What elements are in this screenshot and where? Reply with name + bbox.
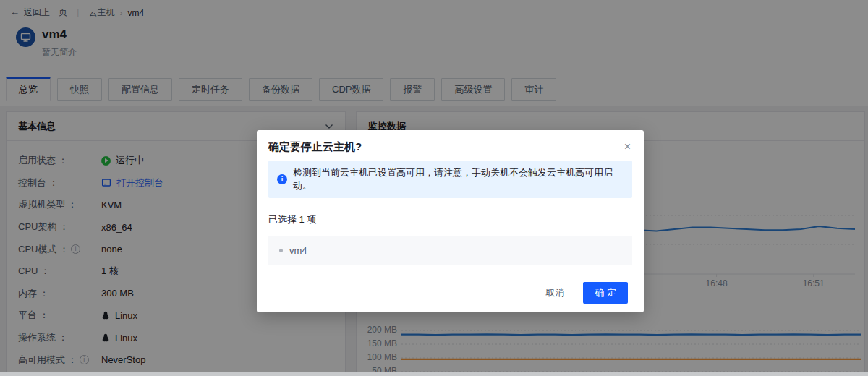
confirm-button[interactable]: 确 定 xyxy=(583,282,628,304)
horizontal-scrollbar[interactable] xyxy=(0,372,868,376)
selected-item-row: vm4 xyxy=(268,236,632,265)
modal-header: 确定要停止云主机? × xyxy=(257,130,644,161)
stop-vm-confirm-modal: 确定要停止云主机? × i 检测到当前云主机已设置高可用，请注意，手动关机不会触… xyxy=(257,130,644,312)
modal-body: 已选择 1 项 vm4 xyxy=(257,198,644,265)
modal-footer: 取消 确 定 xyxy=(257,273,644,312)
alert-text: 检测到当前云主机已设置高可用，请注意，手动关机不会触发云主机高可用启动。 xyxy=(293,166,624,192)
bullet-icon xyxy=(279,249,283,252)
page: ←返回上一页 ｜ 云主机 › vm4 vm4 暂无简介 总览快照配置信息定时任务… xyxy=(0,0,868,376)
info-icon: i xyxy=(277,174,287,184)
cancel-button[interactable]: 取消 xyxy=(545,286,564,299)
close-icon[interactable]: × xyxy=(624,141,631,153)
selected-item-name: vm4 xyxy=(289,245,307,256)
ha-warning-alert: i 检测到当前云主机已设置高可用，请注意，手动关机不会触发云主机高可用启动。 xyxy=(268,161,632,198)
modal-title: 确定要停止云主机? xyxy=(268,140,624,154)
selected-count-label: 已选择 1 项 xyxy=(268,213,632,226)
